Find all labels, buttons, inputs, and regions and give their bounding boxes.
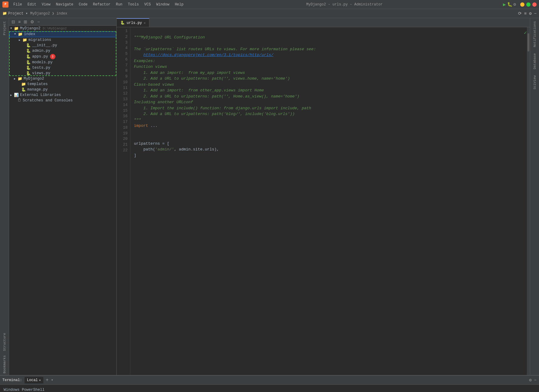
line-numbers: 12345 678910 1112131415 1617181920 2122 — [117, 27, 130, 375]
toolbar-align-icon[interactable]: ≡ — [524, 11, 527, 16]
sidebar-item-notifications[interactable]: Notifications — [532, 19, 538, 49]
debug-button[interactable]: 🐛 — [507, 2, 512, 7]
terminal-tab-close[interactable]: ✕ — [39, 378, 41, 382]
sidebar-item-database[interactable]: Database — [532, 51, 538, 71]
validation-check-icon: ✓ — [524, 30, 527, 36]
tree-item-index[interactable]: ▼ 📁 index — [9, 31, 116, 37]
menu-refactor[interactable]: Refactor — [91, 2, 113, 7]
arrow-icon: ▶ — [14, 77, 18, 81]
menu-run[interactable]: Run — [113, 2, 125, 7]
python-file-icon: 🐍 — [26, 60, 31, 65]
menu-code[interactable]: Code — [76, 2, 90, 7]
python-file-icon: 🐍 — [26, 43, 31, 48]
tree-item-external-libs[interactable]: ▶ 📊 External Libraries — [9, 92, 116, 98]
file-tree-content: ▼ 📁 MyDjango2 D:\MyDjango2 ▼ 📁 index ▶ 📁 — [9, 26, 116, 375]
terminal-content[interactable]: Windows PowerShell 版权所有（C）Microsoft Corp… — [0, 385, 539, 392]
tree-item-mydjango2-root[interactable]: ▼ 📁 MyDjango2 D:\MyDjango2 — [9, 26, 116, 31]
terminal-minimize-button[interactable]: − — [534, 378, 537, 383]
tree-item-label: manage.py — [27, 87, 48, 92]
library-icon: 📊 — [14, 93, 19, 97]
terminal-dropdown-button[interactable]: ▾ — [51, 378, 53, 382]
menu-edit[interactable]: Edit — [25, 2, 39, 7]
arrow-icon: ▼ — [10, 27, 14, 30]
arrow-icon: ▼ — [14, 33, 18, 36]
tree-item-manage[interactable]: 🐍 manage.py — [9, 87, 116, 92]
menu-navigate[interactable]: Navigate — [53, 2, 76, 7]
tree-item-views[interactable]: 🐍 views.py — [9, 71, 116, 76]
tab-close-button[interactable]: ✕ — [144, 21, 145, 25]
run-button[interactable]: ▶ — [503, 2, 506, 8]
window-controls[interactable]: ▶ 🐛 ⚙ — [503, 2, 537, 8]
tree-item-label: External Libraries — [20, 93, 61, 97]
folder-icon: 📁 — [18, 32, 23, 37]
folder-icon: 📁 — [2, 11, 7, 16]
tree-item-models[interactable]: 🐍 models.py — [9, 60, 116, 65]
menu-file[interactable]: File — [11, 2, 25, 7]
terminal-settings-button[interactable]: ⚙ — [529, 377, 531, 383]
editor-tab-urls[interactable]: 🐍 urls.py ✕ — [117, 18, 149, 27]
tree-item-label: admin.py — [32, 49, 50, 53]
tree-item-init[interactable]: 🐍 __init__.py — [9, 43, 116, 48]
scratch-icon: 🗒 — [18, 98, 22, 103]
toolbar-settings-icon[interactable]: ⚙ — [529, 11, 531, 16]
menu-tools[interactable]: Tools — [125, 2, 141, 7]
terminal-tab-local[interactable]: Local ✕ — [25, 377, 43, 384]
arrow-icon: ▶ — [10, 94, 14, 97]
tree-item-label: models.py — [32, 60, 53, 64]
tree-item-apps[interactable]: 🐍 apps.py 3 — [9, 54, 116, 60]
profile-button[interactable]: ⚙ — [514, 2, 516, 7]
tree-item-label: index — [24, 32, 35, 36]
python-file-icon: 🐍 — [26, 65, 31, 70]
sidebar-item-project[interactable]: Project — [2, 19, 8, 37]
tree-item-templates[interactable]: 📁 templates — [9, 81, 116, 87]
menu-window[interactable]: Window — [154, 2, 172, 7]
expand-button[interactable]: ⊞ — [22, 19, 28, 25]
tree-item-tests[interactable]: 🐍 tests.py — [9, 65, 116, 71]
tree-item-label: views.py — [32, 71, 50, 75]
editor-area: 🐍 urls.py ✕ 12345 678910 1112131415 1617… — [117, 18, 530, 375]
scroll-to-file-button[interactable]: ≡ — [17, 19, 22, 25]
tree-item-label: MyDjango2 D:\MyDjango2 — [20, 26, 67, 31]
folder-icon: 📁 — [21, 82, 26, 87]
tree-item-migrations[interactable]: ▶ 📁 migrations — [9, 37, 116, 43]
project-selector[interactable]: 📁 Project ▾ — [2, 11, 28, 16]
window-title: MyDjango2 - urls.py - Administrator — [186, 2, 503, 7]
code-content[interactable]: """MyDjango2 URL Configuration The `urlp… — [130, 27, 527, 375]
collapse-all-button[interactable]: ⊟ — [10, 19, 16, 25]
tab-file-icon: 🐍 — [120, 21, 125, 25]
settings-button[interactable]: ⚙ — [29, 19, 35, 25]
tree-item-label: templates — [27, 82, 48, 86]
terminal-tab-label: Local — [27, 378, 38, 382]
terminal-label: Terminal: — [2, 378, 22, 382]
maximize-button[interactable] — [526, 2, 531, 7]
sidebar-item-structure[interactable]: Structure — [2, 331, 8, 353]
title-bar: P File Edit View Navigate Code Refactor … — [0, 0, 539, 9]
menu-view[interactable]: View — [39, 2, 53, 7]
tree-item-mydjango2-sub[interactable]: ▶ 📁 MyDjango2 — [9, 76, 116, 81]
toolbar-sync-icon[interactable]: ⟳ — [518, 11, 522, 16]
second-toolbar: 📁 Project ▾ MyDjango2 ❯ index ⟳ ≡ ⚙ − — [0, 9, 539, 18]
tree-item-admin[interactable]: 🐍 admin.py — [9, 48, 116, 54]
toolbar-minimize-icon[interactable]: − — [534, 11, 537, 16]
tree-item-label: MyDjango2 — [24, 77, 44, 81]
python-file-icon: 🐍 — [26, 71, 31, 76]
project-name[interactable]: Project ▾ — [8, 11, 28, 16]
arrow-icon: ▶ — [19, 38, 22, 42]
close-panel-button[interactable]: − — [36, 19, 41, 25]
breadcrumb: MyDjango2 ❯ index — [30, 11, 67, 16]
menu-vcs[interactable]: VCS — [142, 2, 153, 7]
right-side-panel: Notifications Database SciView — [530, 18, 539, 375]
terminal-add-button[interactable]: + — [46, 377, 49, 383]
left-side-panel: Project Structure Bookmarks — [0, 18, 9, 375]
scrollbar-thumb[interactable] — [527, 33, 529, 51]
folder-icon: 📁 — [22, 38, 27, 42]
menu-bar[interactable]: File Edit View Navigate Code Refactor Ru… — [11, 2, 186, 7]
sidebar-item-bookmarks[interactable]: Bookmarks — [2, 354, 8, 375]
close-button[interactable] — [532, 2, 537, 7]
main-layout: Project Structure Bookmarks ⊟ ≡ ⊞ ⚙ − ▼ … — [0, 18, 539, 375]
menu-help[interactable]: Help — [172, 2, 186, 7]
editor-scrollbar[interactable] — [527, 27, 530, 375]
sidebar-item-sciview[interactable]: SciView — [532, 74, 538, 91]
minimize-button[interactable] — [520, 2, 524, 7]
tree-item-scratches[interactable]: 🗒 Scratches and Consoles — [9, 98, 116, 103]
